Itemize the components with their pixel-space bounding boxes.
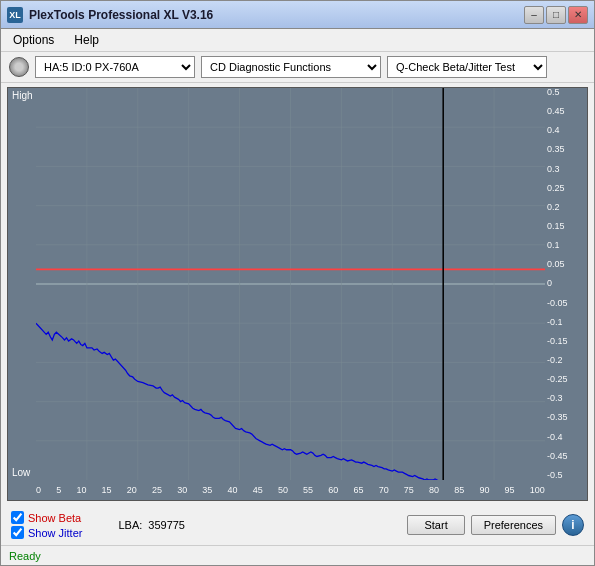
y-label-low: Low bbox=[12, 467, 30, 478]
test-select[interactable]: Q-Check Beta/Jitter Test bbox=[387, 56, 547, 78]
y-axis-right: 0.5 0.45 0.4 0.35 0.3 0.25 0.2 0.15 0.1 … bbox=[545, 88, 587, 480]
window-title: PlexTools Professional XL V3.16 bbox=[29, 8, 213, 22]
toolbar: HA:5 ID:0 PX-760A CD Diagnostic Function… bbox=[1, 52, 594, 83]
lba-group: LBA: 359775 bbox=[118, 519, 185, 531]
show-beta-checkbox[interactable] bbox=[11, 511, 24, 524]
close-button[interactable]: ✕ bbox=[568, 6, 588, 24]
chart-area: High Low 0.5 0.45 0.4 0.35 0.3 0.25 0.2 … bbox=[7, 87, 588, 501]
drive-icon bbox=[9, 57, 29, 77]
buttons-right: Start Preferences i bbox=[407, 514, 584, 536]
menu-help[interactable]: Help bbox=[70, 31, 103, 49]
show-jitter-label[interactable]: Show Jitter bbox=[11, 526, 82, 539]
show-jitter-checkbox[interactable] bbox=[11, 526, 24, 539]
lba-value: 359775 bbox=[148, 519, 185, 531]
show-beta-label[interactable]: Show Beta bbox=[11, 511, 82, 524]
title-bar: XL PlexTools Professional XL V3.16 – □ ✕ bbox=[1, 1, 594, 29]
status-bar: Ready bbox=[1, 545, 594, 565]
function-select[interactable]: CD Diagnostic Functions bbox=[201, 56, 381, 78]
maximize-button[interactable]: □ bbox=[546, 6, 566, 24]
title-bar-left: XL PlexTools Professional XL V3.16 bbox=[7, 7, 213, 23]
menu-options[interactable]: Options bbox=[9, 31, 58, 49]
checkbox-group: Show Beta Show Jitter bbox=[11, 511, 82, 539]
drive-select[interactable]: HA:5 ID:0 PX-760A bbox=[35, 56, 195, 78]
window-controls: – □ ✕ bbox=[524, 6, 588, 24]
x-axis: 0 5 10 15 20 25 30 35 40 45 50 55 60 65 … bbox=[36, 480, 545, 500]
app-icon: XL bbox=[7, 7, 23, 23]
minimize-button[interactable]: – bbox=[524, 6, 544, 24]
main-window: XL PlexTools Professional XL V3.16 – □ ✕… bbox=[0, 0, 595, 566]
preferences-button[interactable]: Preferences bbox=[471, 515, 556, 535]
y-label-high: High bbox=[12, 90, 33, 101]
menu-bar: Options Help bbox=[1, 29, 594, 52]
show-jitter-text: Show Jitter bbox=[28, 527, 82, 539]
chart-svg bbox=[36, 88, 545, 480]
show-beta-text: Show Beta bbox=[28, 512, 81, 524]
status-text: Ready bbox=[9, 550, 41, 562]
lba-label: LBA: bbox=[118, 519, 142, 531]
start-button[interactable]: Start bbox=[407, 515, 464, 535]
info-button[interactable]: i bbox=[562, 514, 584, 536]
controls-bar: Show Beta Show Jitter LBA: 359775 Start … bbox=[1, 505, 594, 545]
